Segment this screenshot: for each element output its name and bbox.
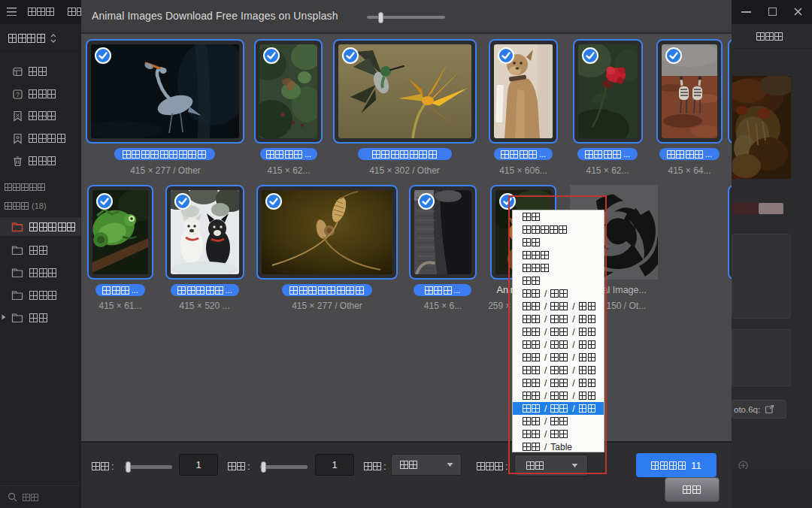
svg-text:?: ? xyxy=(16,91,20,98)
